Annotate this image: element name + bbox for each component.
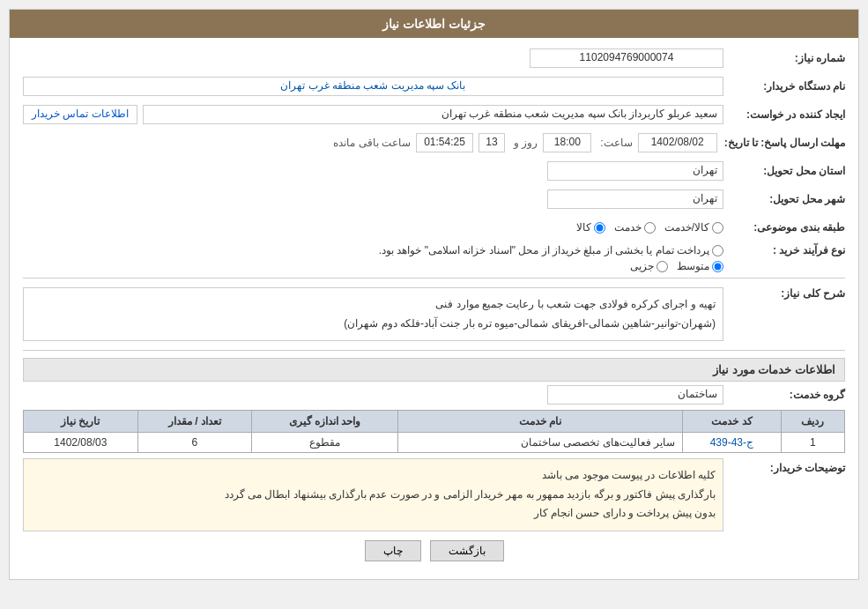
farayan-label-asnad: پرداخت تمام یا بخشی از مبلغ خریداز از مح… [379, 244, 709, 256]
col-tarikh: تاریخ نیاز [24, 411, 138, 433]
date-value: 1402/08/02 [638, 133, 717, 152]
group-khedmat-value: ساختمان [547, 385, 723, 405]
page-header: جزئیات اطلاعات نیاز [10, 10, 858, 38]
ostan-label: استان محل تحویل: [731, 165, 845, 177]
tabaqe-option-kala-khedmat: کالا/خدمت [664, 221, 723, 234]
print-button[interactable]: چاپ [365, 540, 421, 561]
farayan-radio-jozii[interactable] [657, 261, 668, 272]
shomara-niaz-value: 1102094769000074 [530, 48, 723, 68]
roz-label: روز و [514, 137, 538, 149]
cell-vahed: مقطوع [252, 433, 398, 453]
farayan-radio-motavasset[interactable] [712, 261, 723, 272]
buyer-notes-text: کلیه اطلاعات در پیوست موجود می باشد بارگ… [23, 458, 723, 531]
tabaqe-radio-group: کالا/خدمت خدمت کالا [576, 221, 723, 234]
cell-name: سایر فعالیت‌های تخصصی ساختمان [398, 433, 683, 453]
col-kod: کد خدمت [683, 411, 782, 433]
group-khedmat-label: گروه خدمت: [731, 389, 845, 401]
tabaqe-label: طبقه بندی موضوعی: [731, 221, 845, 234]
shahr-value: تهران [547, 189, 723, 209]
sharh-text: تهیه و اجرای کرکره فولادی جهت شعب با رعا… [23, 287, 723, 341]
notes-line2: بارگذاری پیش فاکتور و برگه بازدید ممهور … [31, 486, 716, 505]
ostan-row: استان محل تحویل: تهران [23, 160, 845, 182]
tabaqe-row: طبقه بندی موضوعی: کالا/خدمت خدمت کالا [23, 216, 845, 239]
divider-1 [23, 278, 845, 279]
tabaqe-label-kala: کالا [576, 221, 591, 234]
countdown-value: 01:54:25 [416, 133, 473, 152]
ijad-konande-row: ایجاد کننده در خواست: سعید عربلو کاربردا… [23, 103, 845, 126]
farayan-label-motavasset: متوسط [677, 260, 709, 272]
notes-line3: بدون پیش پرداخت و دارای حسن انجام کار [31, 504, 716, 524]
ijad-konande-value: سعید عربلو کاربرداز بانک سپه مدیریت شعب … [143, 105, 723, 124]
sharh-label: شرح کلی نیاز: [731, 284, 845, 300]
farayan-radio-asnad[interactable] [712, 245, 723, 256]
col-vahed: واحد اندازه گیری [252, 411, 398, 433]
col-name: نام خدمت [398, 411, 683, 433]
ijad-konande-label: ایجاد کننده در خواست: [731, 108, 845, 121]
nam-dastgah-row: نام دستگاه خریدار: بانک سپه مدیریت شعب م… [23, 75, 845, 98]
services-table: ردیف کد خدمت نام خدمت واحد اندازه گیری ت… [23, 410, 845, 453]
col-tedad: تعداد / مقدار [137, 411, 252, 433]
ostan-value: تهران [547, 161, 723, 181]
tabaqe-radio-kala[interactable] [594, 222, 605, 234]
tabaqe-option-kala: کالا [576, 221, 605, 234]
ettelaat-tamas-link[interactable]: اطلاعات تماس خریدار [23, 105, 137, 124]
shomara-niaz-label: شماره نیاز: [731, 52, 845, 64]
farayan-row: نوع فرآیند خرید : پرداخت تمام یا بخشی از… [23, 244, 845, 272]
sharh-line1: تهیه و اجرای کرکره فولادی جهت شعب با رعا… [31, 295, 716, 315]
tabaqe-option-khedmat: خدمت [614, 221, 656, 234]
saat-baghi-label: ساعت باقی مانده [333, 137, 411, 149]
cell-tarikh: 1402/08/03 [24, 433, 138, 453]
buyer-notes-label: توضیحات خریدار: [731, 458, 845, 474]
buyer-notes-section: توضیحات خریدار: کلیه اطلاعات در پیوست مو… [23, 458, 845, 531]
cell-kod: ج-43-439 [683, 433, 782, 453]
khadamat-section-title: اطلاعات خدمات مورد نیاز [23, 358, 845, 382]
sharh-line2: (شهران-توانیر-شاهین شمالی-افریقای شمالی-… [31, 315, 716, 334]
farayan-radio-group: پرداخت تمام یا بخشی از مبلغ خریداز از مح… [379, 244, 723, 256]
mohlat-row: مهلت ارسال پاسخ: تا تاریخ: 1402/08/02 سا… [23, 131, 845, 154]
cell-radif: 1 [781, 433, 844, 453]
col-radif: ردیف [781, 411, 844, 433]
time-label: ساعت: [600, 137, 632, 149]
farayan-label-jozii: جزیی [630, 260, 654, 272]
tabaqe-radio-kala-khedmat[interactable] [712, 222, 723, 234]
table-row: 1 ج-43-439 سایر فعالیت‌های تخصصی ساختمان… [24, 433, 845, 453]
notes-line1: کلیه اطلاعات در پیوست موجود می باشد [31, 466, 716, 486]
tabaqe-label-khedmat: خدمت [614, 221, 642, 234]
group-khedmat-row: گروه خدمت: ساختمان [23, 385, 845, 405]
farayan-option-motavasset: متوسط [677, 260, 723, 272]
farayan-radio-group2: متوسط جزیی [379, 260, 723, 272]
shomara-niaz-row: شماره نیاز: 1102094769000074 [23, 47, 845, 70]
action-buttons: بازگشت چاپ [23, 540, 845, 561]
time-value: 18:00 [543, 133, 591, 152]
nam-dastgah-label: نام دستگاه خریدار: [731, 80, 845, 93]
farayan-option-asnad: پرداخت تمام یا بخشی از مبلغ خریداز از مح… [379, 244, 723, 256]
back-button[interactable]: بازگشت [430, 540, 504, 561]
shahr-label: شهر محل تحویل: [731, 193, 845, 205]
shahr-row: شهر محل تحویل: تهران [23, 188, 845, 211]
mohlat-label: مهلت ارسال پاسخ: تا تاریخ: [724, 137, 845, 149]
tabaqe-label-kala-khedmat: کالا/خدمت [664, 221, 709, 234]
nam-dastgah-value: بانک سپه مدیریت شعب منطقه غرب تهران [23, 77, 723, 96]
farayan-option-jozii: جزیی [630, 260, 668, 272]
divider-2 [23, 350, 845, 351]
sharh-section: شرح کلی نیاز: تهیه و اجرای کرکره فولادی … [23, 284, 845, 345]
cell-tedad: 6 [137, 433, 252, 453]
tabaqe-radio-khedmat[interactable] [644, 222, 656, 234]
farayan-label: نوع فرآیند خرید : [731, 244, 845, 256]
roz-value: 13 [479, 133, 505, 152]
